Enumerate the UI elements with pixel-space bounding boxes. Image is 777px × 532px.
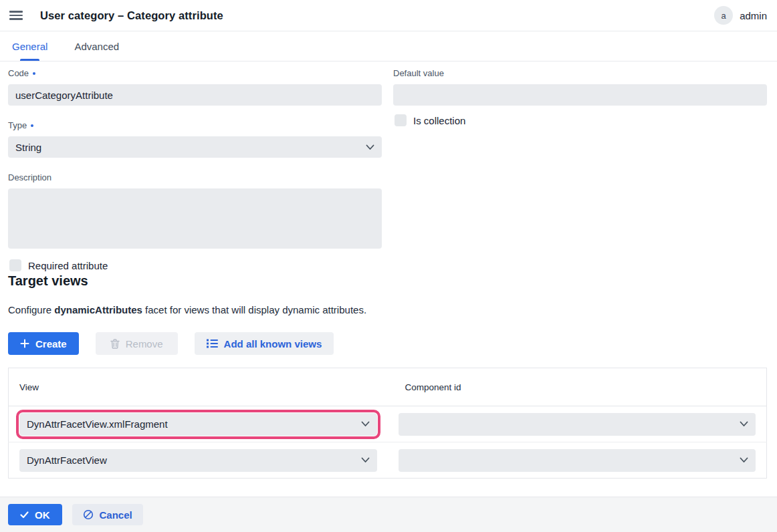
form-right-column: Default value Is collection — [393, 68, 767, 271]
menu-icon[interactable] — [9, 11, 23, 20]
table-actions: Create Remove Add all known views — [8, 332, 767, 355]
create-button-label: Create — [35, 338, 67, 350]
chevron-down-icon — [361, 457, 370, 463]
is-collection-label: Is collection — [413, 115, 465, 126]
target-views-heading: Target views — [8, 273, 767, 289]
add-all-button-label: Add all known views — [224, 338, 322, 350]
plus-icon — [20, 339, 29, 348]
view-select-row-0[interactable]: DynAttrFacetView.xmlFragment — [19, 413, 377, 436]
required-attribute-checkbox[interactable] — [9, 259, 21, 271]
description-textarea[interactable] — [8, 188, 382, 249]
default-value-field: Default value — [393, 68, 767, 106]
code-label: Code — [8, 68, 382, 78]
chevron-down-icon — [740, 457, 748, 463]
avatar[interactable]: a — [714, 6, 733, 25]
chevron-down-icon — [740, 421, 748, 427]
description-label: Description — [8, 172, 382, 182]
required-dot — [31, 124, 33, 127]
required-attribute-row: Required attribute — [8, 259, 382, 271]
table-header-row: View Component id — [9, 368, 767, 406]
page-title: User category – Category attribute — [40, 9, 223, 22]
view-select-value: DynAttrFacetView — [27, 454, 107, 466]
is-collection-checkbox[interactable] — [395, 114, 407, 126]
trash-icon — [110, 339, 120, 349]
chevron-down-icon — [361, 421, 370, 427]
app-header: User category – Category attribute a adm… — [0, 0, 777, 31]
form-left-column: Code Type String Description — [8, 68, 382, 271]
is-collection-row: Is collection — [393, 114, 767, 126]
tab-advanced[interactable]: Advanced — [74, 31, 119, 61]
default-value-label: Default value — [393, 68, 767, 78]
add-all-known-views-button[interactable]: Add all known views — [195, 332, 334, 355]
view-select-row-1[interactable]: DynAttrFacetView — [19, 449, 377, 472]
code-field: Code — [8, 68, 382, 106]
user-name[interactable]: admin — [740, 10, 767, 21]
default-value-input[interactable] — [393, 84, 767, 106]
view-select-value: DynAttrFacetView.xmlFragment — [27, 418, 168, 430]
description-field: Description — [8, 172, 382, 251]
avatar-initial: a — [722, 11, 726, 21]
create-button[interactable]: Create — [8, 332, 79, 355]
required-attribute-label: Required attribute — [28, 260, 108, 271]
tab-general[interactable]: General — [12, 31, 47, 61]
list-icon — [207, 339, 218, 348]
remove-button-label: Remove — [126, 338, 163, 350]
required-dot — [33, 72, 35, 75]
code-label-text: Code — [8, 68, 29, 78]
ok-button-label: OK — [35, 509, 50, 521]
column-header-view: View — [9, 368, 388, 406]
description-bold: dynamicAttributes — [54, 304, 142, 315]
type-label-text: Type — [8, 120, 27, 130]
ok-button[interactable]: OK — [8, 504, 62, 525]
table-row: DynAttrFacetView — [9, 442, 767, 479]
type-select-value: String — [15, 142, 41, 153]
check-icon — [20, 511, 29, 519]
table-row: DynAttrFacetView.xmlFragment — [9, 406, 767, 442]
description-suffix: facet for views that will display dynami… — [142, 304, 366, 315]
component-id-select-row-1[interactable] — [399, 449, 756, 472]
tab-bar: General Advanced — [0, 31, 777, 61]
code-input[interactable] — [8, 84, 382, 106]
target-views-section: Target views Configure dynamicAttributes… — [0, 273, 777, 355]
default-value-label-text: Default value — [393, 68, 444, 78]
type-select[interactable]: String — [8, 136, 382, 158]
dialog-footer: OK Cancel — [0, 497, 777, 532]
type-label: Type — [8, 120, 382, 130]
component-id-select-row-0[interactable] — [399, 413, 756, 436]
description-label-text: Description — [8, 172, 51, 182]
cancel-button[interactable]: Cancel — [72, 504, 143, 525]
highlight-annotation: DynAttrFacetView.xmlFragment — [16, 410, 380, 439]
target-views-description: Configure dynamicAttributes facet for vi… — [8, 304, 767, 315]
cancel-button-label: Cancel — [100, 509, 132, 521]
column-header-component-id: Component id — [388, 368, 767, 406]
attribute-form: Code Type String Description — [0, 61, 777, 271]
cancel-icon — [83, 509, 94, 520]
type-field: Type String — [8, 120, 382, 158]
description-prefix: Configure — [8, 304, 54, 315]
target-views-table: View Component id DynAttrFacetView.xmlFr… — [8, 368, 767, 479]
remove-button[interactable]: Remove — [96, 332, 178, 355]
chevron-down-icon — [366, 144, 374, 150]
